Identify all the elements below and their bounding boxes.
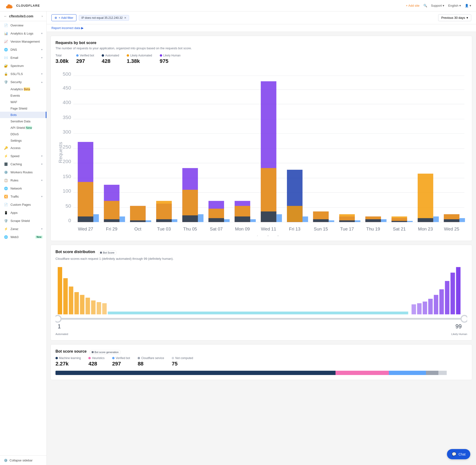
security-icon: 🛡️ bbox=[4, 80, 8, 84]
heuristics-dot bbox=[88, 357, 91, 359]
not-computed-value: 75 bbox=[172, 361, 193, 367]
sidebar-item-label: Access bbox=[11, 146, 43, 150]
cf-service-label: Cloudflare service bbox=[138, 356, 164, 360]
ssl-icon: 🔒 bbox=[4, 72, 8, 76]
sidebar-item-spectrum[interactable]: 🔐 Spectrum bbox=[0, 62, 46, 70]
not-computed-bar-segment bbox=[438, 371, 447, 375]
user-menu[interactable]: 👤 ▾ bbox=[465, 4, 471, 7]
sidebar-item-security-waf[interactable]: WAF bbox=[0, 99, 46, 105]
sidebar-item-ssl-tls[interactable]: 🔒 SSL/TLS ▾ bbox=[0, 70, 46, 78]
ml-label: Machine learning bbox=[55, 356, 81, 360]
bot-score-legend-tag: Bot Score bbox=[98, 251, 116, 255]
not-computed-label: Not computed bbox=[172, 356, 193, 360]
stat-likely-automated: Likely Automated 1.38k bbox=[127, 54, 152, 64]
sidebar-item-label: Traffic bbox=[11, 195, 39, 198]
sidebar-site-selector[interactable]: ← cftestsite3.com › bbox=[0, 11, 46, 21]
zaraz-chevron-icon: ▾ bbox=[41, 227, 43, 231]
svg-text:300: 300 bbox=[63, 129, 71, 135]
svg-rect-100 bbox=[63, 278, 68, 314]
svg-rect-109 bbox=[412, 304, 416, 314]
email-icon: ✉️ bbox=[4, 55, 8, 60]
source-title: Bot score source bbox=[55, 349, 87, 354]
sidebar-item-security-events[interactable]: Events bbox=[0, 92, 46, 99]
sidebar-item-access[interactable]: 🔑 Access bbox=[0, 144, 46, 152]
stat-verified-value: 297 bbox=[76, 58, 94, 64]
add-site-button[interactable]: + Add site bbox=[406, 4, 419, 7]
sidebar-item-label: Apps bbox=[11, 211, 43, 214]
site-name: cftestsite3.com bbox=[9, 14, 40, 18]
svg-text:1: 1 bbox=[58, 323, 61, 329]
stat-total-value: 3.08k bbox=[55, 58, 69, 64]
sidebar-item-label: Web3 bbox=[11, 235, 32, 239]
sidebar-item-label: Overview bbox=[11, 24, 43, 27]
sidebar-item-label: DNS bbox=[11, 48, 39, 52]
sidebar-item-workers-routes[interactable]: ⚙️ Workers Routes bbox=[0, 168, 46, 176]
svg-rect-90 bbox=[418, 218, 433, 222]
stat-total-label: Total bbox=[55, 54, 69, 57]
sidebar-item-custom-pages[interactable]: 📄 Custom Pages bbox=[0, 201, 46, 209]
sidebar-item-email[interactable]: ✉️ Email ▾ bbox=[0, 53, 46, 62]
sidebar-item-zaraz[interactable]: ⚡ Zaraz ▾ bbox=[0, 225, 46, 233]
svg-text:Mon 23: Mon 23 bbox=[418, 226, 433, 232]
svg-text:99: 99 bbox=[455, 323, 462, 329]
overview-icon: 📄 bbox=[4, 23, 8, 27]
svg-rect-96 bbox=[459, 218, 465, 222]
likely-human-dot bbox=[160, 54, 162, 57]
svg-rect-29 bbox=[104, 201, 119, 222]
sidebar-item-security[interactable]: 🛡️ Security ▴ bbox=[0, 78, 46, 86]
support-menu[interactable]: Support ▾ bbox=[431, 4, 444, 7]
svg-rect-50 bbox=[209, 218, 224, 222]
sidebar-item-label: SSL/TLS bbox=[11, 72, 39, 76]
sidebar-item-network[interactable]: 🌐 Network bbox=[0, 184, 46, 192]
sidebar-item-analytics-logs[interactable]: 📊 Analytics & Logs ▾ bbox=[0, 29, 46, 37]
sidebar-item-rules[interactable]: 📋 Rules ▾ bbox=[0, 176, 46, 184]
svg-rect-41 bbox=[172, 219, 177, 222]
language-selector[interactable]: English ▾ bbox=[448, 4, 461, 7]
caching-chevron-icon: ▾ bbox=[41, 163, 43, 166]
sidebar-item-scrape-shield[interactable]: 🛡️ Scrape Shield bbox=[0, 217, 46, 225]
sidebar-item-version-management[interactable]: 📈 Version Management bbox=[0, 37, 46, 45]
remove-filter-button[interactable]: ✕ bbox=[124, 16, 127, 20]
sidebar-item-overview[interactable]: 📄 Overview bbox=[0, 21, 46, 29]
sidebar-item-security-api-shield[interactable]: API Shield New bbox=[0, 125, 46, 131]
sidebar-item-apps[interactable]: 📱 Apps bbox=[0, 209, 46, 217]
search-icon[interactable]: 🔍 bbox=[423, 4, 427, 7]
sidebar-item-security-bots[interactable]: Bots bbox=[0, 112, 46, 118]
stat-not-computed: Not computed 75 bbox=[172, 356, 193, 367]
sidebar-item-security-analytics[interactable]: Analytics Beta bbox=[0, 86, 46, 92]
nav-left: CLOUDFLARE bbox=[5, 3, 40, 9]
email-chevron-icon: ▾ bbox=[41, 56, 43, 59]
sidebar-item-label: Caching bbox=[11, 162, 39, 166]
heuristics-bar-segment bbox=[336, 371, 389, 375]
sidebar-item-security-settings[interactable]: Settings bbox=[0, 137, 46, 144]
sidebar-item-security-page-shield[interactable]: Page Shield bbox=[0, 105, 46, 112]
report-incorrect-data-link[interactable]: Report incorrect data ▶ bbox=[47, 24, 476, 32]
bot-score-card: Requests by bot score The number of requ… bbox=[51, 36, 472, 241]
cf-service-value: 88 bbox=[138, 361, 164, 367]
spectrum-icon: 🔐 bbox=[4, 63, 8, 68]
svg-rect-25 bbox=[78, 216, 93, 222]
chat-button[interactable]: 💬 Chat bbox=[447, 449, 470, 459]
sidebar-item-dns[interactable]: 🌐 DNS ▾ bbox=[0, 45, 46, 53]
access-icon: 🔑 bbox=[4, 146, 8, 150]
collapse-sidebar-button[interactable]: ⚙️ Collapse sidebar bbox=[0, 455, 46, 465]
sidebar-item-security-ddos[interactable]: DDoS bbox=[0, 131, 46, 137]
svg-rect-34 bbox=[130, 206, 146, 222]
cloudflare-logo[interactable]: CLOUDFLARE bbox=[5, 3, 40, 9]
svg-text:50: 50 bbox=[65, 203, 71, 209]
svg-text:Fri 13: Fri 13 bbox=[289, 226, 300, 232]
svg-rect-91 bbox=[433, 216, 439, 222]
sidebar-item-security-sensitive-data[interactable]: Sensitive Data bbox=[0, 118, 46, 125]
add-filter-button[interactable]: ⊕ + Add filter bbox=[52, 14, 76, 21]
sidebar-item-caching[interactable]: 🗄️ Caching ▾ bbox=[0, 160, 46, 168]
svg-rect-60 bbox=[261, 211, 276, 222]
sidebar-item-traffic[interactable]: 🔀 Traffic ▾ bbox=[0, 192, 46, 201]
workers-icon: ⚙️ bbox=[4, 170, 8, 174]
generation-legend-dot bbox=[92, 351, 94, 353]
sidebar-item-speed[interactable]: ⚡ Speed ▾ bbox=[0, 152, 46, 160]
sidebar-item-web3[interactable]: 🌐 Web3 New bbox=[0, 233, 46, 241]
svg-rect-110 bbox=[417, 303, 422, 314]
svg-rect-102 bbox=[74, 292, 79, 314]
sidebar: ← cftestsite3.com › 📄 Overview 📊 Analyti… bbox=[0, 11, 47, 465]
time-range-selector[interactable]: Previous 30 days ▾ bbox=[438, 14, 471, 21]
